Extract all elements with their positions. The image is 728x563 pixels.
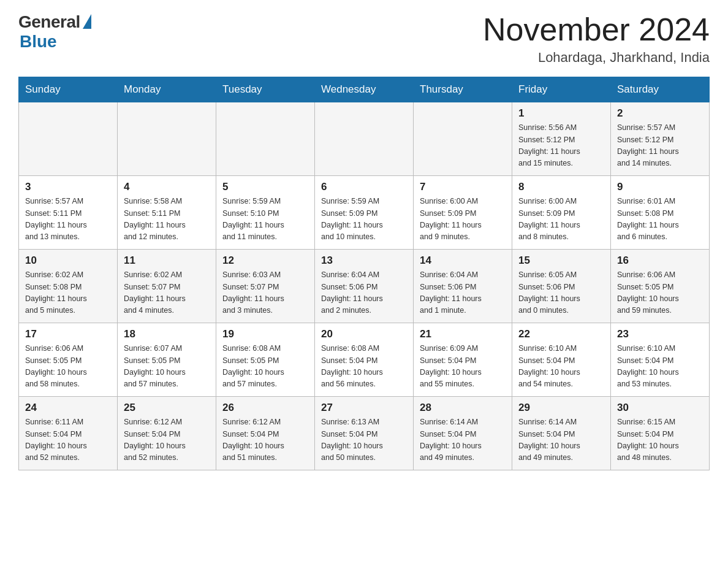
calendar-cell: 16Sunrise: 6:06 AM Sunset: 5:05 PM Dayli… [611,250,710,323]
day-number: 28 [420,402,506,414]
day-info: Sunrise: 5:57 AM Sunset: 5:12 PM Dayligh… [617,122,703,170]
calendar-cell: 13Sunrise: 6:04 AM Sunset: 5:06 PM Dayli… [315,250,414,323]
calendar-week-row: 10Sunrise: 6:02 AM Sunset: 5:08 PM Dayli… [19,250,710,323]
calendar-week-row: 24Sunrise: 6:11 AM Sunset: 5:04 PM Dayli… [19,397,710,470]
day-number: 10 [25,255,111,267]
day-info: Sunrise: 6:09 AM Sunset: 5:04 PM Dayligh… [420,343,506,391]
logo-blue-text: Blue [20,32,57,52]
calendar-cell: 8Sunrise: 6:00 AM Sunset: 5:09 PM Daylig… [512,176,611,250]
weekday-header-saturday: Saturday [611,77,710,102]
day-info: Sunrise: 6:13 AM Sunset: 5:04 PM Dayligh… [321,416,407,464]
calendar-cell [414,102,512,176]
day-info: Sunrise: 5:59 AM Sunset: 5:09 PM Dayligh… [321,196,407,243]
day-number: 23 [617,328,703,340]
day-number: 19 [222,328,308,340]
month-title: November 2024 [483,12,710,47]
calendar-cell: 30Sunrise: 6:15 AM Sunset: 5:04 PM Dayli… [611,397,710,470]
day-info: Sunrise: 6:00 AM Sunset: 5:09 PM Dayligh… [518,196,604,243]
calendar-cell: 15Sunrise: 6:05 AM Sunset: 5:06 PM Dayli… [512,250,611,323]
day-info: Sunrise: 5:58 AM Sunset: 5:11 PM Dayligh… [124,196,210,243]
day-number: 9 [617,181,703,193]
day-number: 5 [222,181,308,193]
logo-triangle-icon [83,14,91,29]
day-info: Sunrise: 6:06 AM Sunset: 5:05 PM Dayligh… [617,269,703,317]
day-info: Sunrise: 6:08 AM Sunset: 5:04 PM Dayligh… [321,343,407,391]
calendar-cell: 5Sunrise: 5:59 AM Sunset: 5:10 PM Daylig… [216,176,315,250]
calendar-cell: 9Sunrise: 6:01 AM Sunset: 5:08 PM Daylig… [611,176,710,250]
weekday-header-thursday: Thursday [414,77,512,102]
calendar-header: SundayMondayTuesdayWednesdayThursdayFrid… [19,77,710,102]
day-number: 21 [420,328,506,340]
day-info: Sunrise: 6:06 AM Sunset: 5:05 PM Dayligh… [25,343,111,391]
calendar-cell: 22Sunrise: 6:10 AM Sunset: 5:04 PM Dayli… [512,323,611,397]
weekday-header-friday: Friday [512,77,611,102]
calendar-cell: 24Sunrise: 6:11 AM Sunset: 5:04 PM Dayli… [19,397,118,470]
calendar-cell: 4Sunrise: 5:58 AM Sunset: 5:11 PM Daylig… [118,176,216,250]
calendar-cell [19,102,118,176]
day-number: 16 [617,255,703,267]
page-header: General Blue November 2024 Lohardaga, Jh… [18,12,710,66]
calendar-cell: 29Sunrise: 6:14 AM Sunset: 5:04 PM Dayli… [512,397,611,470]
day-info: Sunrise: 6:15 AM Sunset: 5:04 PM Dayligh… [617,416,703,464]
calendar-cell: 2Sunrise: 5:57 AM Sunset: 5:12 PM Daylig… [611,102,710,176]
day-number: 17 [25,328,111,340]
day-number: 6 [321,181,407,193]
calendar-week-row: 3Sunrise: 5:57 AM Sunset: 5:11 PM Daylig… [19,176,710,250]
calendar-cell: 17Sunrise: 6:06 AM Sunset: 5:05 PM Dayli… [19,323,118,397]
day-info: Sunrise: 6:10 AM Sunset: 5:04 PM Dayligh… [617,343,703,391]
calendar-cell [118,102,216,176]
calendar-body: 1Sunrise: 5:56 AM Sunset: 5:12 PM Daylig… [19,102,710,470]
calendar-cell: 21Sunrise: 6:09 AM Sunset: 5:04 PM Dayli… [414,323,512,397]
day-info: Sunrise: 6:12 AM Sunset: 5:04 PM Dayligh… [222,416,308,464]
day-number: 27 [321,402,407,414]
weekday-header-wednesday: Wednesday [315,77,414,102]
calendar-cell: 26Sunrise: 6:12 AM Sunset: 5:04 PM Dayli… [216,397,315,470]
day-info: Sunrise: 6:11 AM Sunset: 5:04 PM Dayligh… [25,416,111,464]
logo: General Blue [18,12,91,52]
day-number: 24 [25,402,111,414]
day-info: Sunrise: 6:02 AM Sunset: 5:07 PM Dayligh… [124,269,210,317]
day-info: Sunrise: 6:03 AM Sunset: 5:07 PM Dayligh… [222,269,308,317]
calendar-cell: 28Sunrise: 6:14 AM Sunset: 5:04 PM Dayli… [414,397,512,470]
logo-general-text: General [18,12,80,32]
weekday-header-tuesday: Tuesday [216,77,315,102]
calendar-cell [315,102,414,176]
day-number: 7 [420,181,506,193]
calendar-table: SundayMondayTuesdayWednesdayThursdayFrid… [18,77,710,470]
calendar-cell: 10Sunrise: 6:02 AM Sunset: 5:08 PM Dayli… [19,250,118,323]
day-info: Sunrise: 6:14 AM Sunset: 5:04 PM Dayligh… [518,416,604,464]
day-number: 1 [518,107,604,120]
weekday-header-monday: Monday [118,77,216,102]
day-number: 4 [124,181,210,193]
calendar-cell: 7Sunrise: 6:00 AM Sunset: 5:09 PM Daylig… [414,176,512,250]
calendar-week-row: 1Sunrise: 5:56 AM Sunset: 5:12 PM Daylig… [19,102,710,176]
day-info: Sunrise: 6:05 AM Sunset: 5:06 PM Dayligh… [518,269,604,317]
day-info: Sunrise: 6:07 AM Sunset: 5:05 PM Dayligh… [124,343,210,391]
day-info: Sunrise: 6:00 AM Sunset: 5:09 PM Dayligh… [420,196,506,243]
calendar-cell: 3Sunrise: 5:57 AM Sunset: 5:11 PM Daylig… [19,176,118,250]
day-number: 25 [124,402,210,414]
calendar-week-row: 17Sunrise: 6:06 AM Sunset: 5:05 PM Dayli… [19,323,710,397]
calendar-cell: 23Sunrise: 6:10 AM Sunset: 5:04 PM Dayli… [611,323,710,397]
day-info: Sunrise: 5:56 AM Sunset: 5:12 PM Dayligh… [518,122,604,170]
day-info: Sunrise: 6:04 AM Sunset: 5:06 PM Dayligh… [420,269,506,317]
day-info: Sunrise: 6:12 AM Sunset: 5:04 PM Dayligh… [124,416,210,464]
day-info: Sunrise: 6:14 AM Sunset: 5:04 PM Dayligh… [420,416,506,464]
day-info: Sunrise: 6:04 AM Sunset: 5:06 PM Dayligh… [321,269,407,317]
calendar-cell: 19Sunrise: 6:08 AM Sunset: 5:05 PM Dayli… [216,323,315,397]
day-number: 13 [321,255,407,267]
calendar-cell: 25Sunrise: 6:12 AM Sunset: 5:04 PM Dayli… [118,397,216,470]
day-number: 26 [222,402,308,414]
day-number: 20 [321,328,407,340]
calendar-cell: 6Sunrise: 5:59 AM Sunset: 5:09 PM Daylig… [315,176,414,250]
day-number: 14 [420,255,506,267]
day-info: Sunrise: 5:57 AM Sunset: 5:11 PM Dayligh… [25,196,111,243]
day-number: 15 [518,255,604,267]
logo-top: General [18,12,91,32]
day-number: 2 [617,107,703,120]
weekday-header-row: SundayMondayTuesdayWednesdayThursdayFrid… [19,77,710,102]
day-number: 11 [124,255,210,267]
day-info: Sunrise: 6:02 AM Sunset: 5:08 PM Dayligh… [25,269,111,317]
day-info: Sunrise: 6:01 AM Sunset: 5:08 PM Dayligh… [617,196,703,243]
calendar-cell: 11Sunrise: 6:02 AM Sunset: 5:07 PM Dayli… [118,250,216,323]
